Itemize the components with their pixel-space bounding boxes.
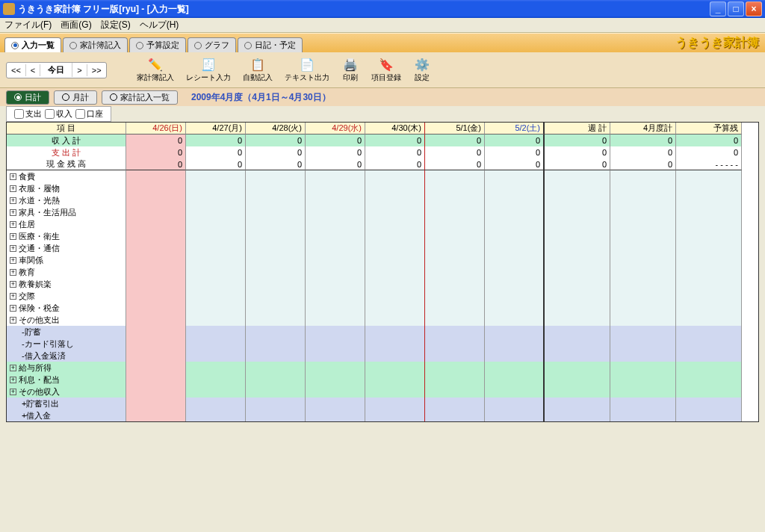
- data-cell[interactable]: [676, 278, 742, 290]
- check-account[interactable]: 口座: [75, 108, 103, 120]
- category-label[interactable]: +保険・税金: [7, 302, 126, 314]
- tb-print[interactable]: 🖨️印刷: [338, 56, 362, 84]
- data-cell[interactable]: [676, 409, 742, 421]
- tab-budget[interactable]: 予算設定: [129, 37, 186, 52]
- data-cell[interactable]: [610, 314, 676, 326]
- data-cell[interactable]: [365, 242, 425, 254]
- data-cell[interactable]: [485, 302, 545, 314]
- data-cell[interactable]: [186, 314, 246, 326]
- data-cell[interactable]: [306, 278, 365, 290]
- data-cell[interactable]: [485, 218, 545, 230]
- data-cell[interactable]: [306, 194, 365, 206]
- data-cell[interactable]: [365, 302, 425, 314]
- data-cell[interactable]: [485, 409, 545, 421]
- data-cell[interactable]: [610, 302, 676, 314]
- data-cell[interactable]: [485, 374, 545, 386]
- data-cell[interactable]: [306, 266, 365, 278]
- data-cell[interactable]: [425, 338, 485, 350]
- data-cell[interactable]: [610, 254, 676, 266]
- data-cell[interactable]: [425, 386, 485, 398]
- data-cell[interactable]: [126, 170, 186, 182]
- data-cell[interactable]: [126, 266, 186, 278]
- data-cell[interactable]: [610, 170, 676, 182]
- col-d6[interactable]: 5/1(金): [425, 123, 485, 134]
- data-cell[interactable]: [126, 278, 186, 290]
- data-cell[interactable]: [485, 398, 545, 409]
- data-cell[interactable]: [306, 338, 365, 350]
- data-cell[interactable]: [186, 398, 246, 409]
- data-cell[interactable]: [425, 314, 485, 326]
- subtab-monthly[interactable]: 月計: [54, 90, 97, 105]
- data-cell[interactable]: [485, 386, 545, 398]
- data-cell[interactable]: [186, 386, 246, 398]
- data-cell[interactable]: [126, 338, 186, 350]
- data-cell[interactable]: [485, 182, 545, 194]
- data-cell[interactable]: [126, 230, 186, 242]
- data-cell[interactable]: [485, 170, 545, 182]
- data-cell[interactable]: [610, 326, 676, 338]
- expand-icon[interactable]: +: [10, 209, 16, 216]
- nav-today[interactable]: 今日: [40, 63, 72, 77]
- data-cell[interactable]: [246, 230, 306, 242]
- data-cell[interactable]: [485, 230, 545, 242]
- category-label[interactable]: +交通・通信: [7, 242, 126, 254]
- data-cell[interactable]: [676, 230, 742, 242]
- data-cell[interactable]: [246, 338, 306, 350]
- data-cell[interactable]: [545, 194, 610, 206]
- expand-icon[interactable]: +: [10, 257, 16, 264]
- category-label[interactable]: -カード引落し: [7, 338, 126, 350]
- data-cell[interactable]: [186, 278, 246, 290]
- nav-last[interactable]: >>: [87, 64, 106, 76]
- data-cell[interactable]: [425, 266, 485, 278]
- data-cell[interactable]: [676, 194, 742, 206]
- subtab-entry-list[interactable]: 家計記入一覧: [102, 90, 178, 105]
- expand-icon[interactable]: +: [10, 197, 16, 204]
- category-label[interactable]: +その他支出: [7, 314, 126, 326]
- data-cell[interactable]: [186, 206, 246, 218]
- data-cell[interactable]: [610, 278, 676, 290]
- data-cell[interactable]: [425, 362, 485, 374]
- data-cell[interactable]: [545, 409, 610, 421]
- col-d2[interactable]: 4/27(月): [186, 123, 246, 134]
- expand-icon[interactable]: +: [10, 377, 16, 383]
- data-cell[interactable]: [306, 170, 365, 182]
- data-cell[interactable]: [186, 170, 246, 182]
- category-label[interactable]: +教養娯楽: [7, 278, 126, 290]
- data-cell[interactable]: [545, 362, 610, 374]
- data-cell[interactable]: [485, 242, 545, 254]
- menu-settings[interactable]: 設定(S): [101, 19, 131, 31]
- data-cell[interactable]: [545, 266, 610, 278]
- data-cell[interactable]: [246, 409, 306, 421]
- data-cell[interactable]: [186, 409, 246, 421]
- data-cell[interactable]: [676, 326, 742, 338]
- data-cell[interactable]: [365, 230, 425, 242]
- tab-diary[interactable]: 日記・予定: [238, 37, 303, 52]
- data-cell[interactable]: [676, 182, 742, 194]
- data-cell[interactable]: [365, 194, 425, 206]
- data-cell[interactable]: [306, 374, 365, 386]
- category-label[interactable]: +車関係: [7, 254, 126, 266]
- tb-text-output[interactable]: 📄テキスト出力: [282, 56, 332, 84]
- data-cell[interactable]: [545, 206, 610, 218]
- subtab-daily[interactable]: 日計: [6, 90, 49, 105]
- data-cell[interactable]: [610, 182, 676, 194]
- expand-icon[interactable]: +: [10, 305, 16, 312]
- data-cell[interactable]: [676, 374, 742, 386]
- category-label[interactable]: +交際: [7, 290, 126, 302]
- data-cell[interactable]: [485, 350, 545, 362]
- expand-icon[interactable]: +: [10, 173, 16, 180]
- data-cell[interactable]: [545, 182, 610, 194]
- data-cell[interactable]: [676, 266, 742, 278]
- data-cell[interactable]: [186, 266, 246, 278]
- data-cell[interactable]: [306, 409, 365, 421]
- category-label[interactable]: +教育: [7, 266, 126, 278]
- data-cell[interactable]: [610, 266, 676, 278]
- data-cell[interactable]: [676, 206, 742, 218]
- menu-file[interactable]: ファイル(F): [4, 19, 52, 31]
- data-cell[interactable]: [425, 218, 485, 230]
- data-cell[interactable]: [186, 254, 246, 266]
- data-cell[interactable]: [365, 326, 425, 338]
- data-cell[interactable]: [306, 398, 365, 409]
- data-cell[interactable]: [126, 398, 186, 409]
- data-cell[interactable]: [610, 409, 676, 421]
